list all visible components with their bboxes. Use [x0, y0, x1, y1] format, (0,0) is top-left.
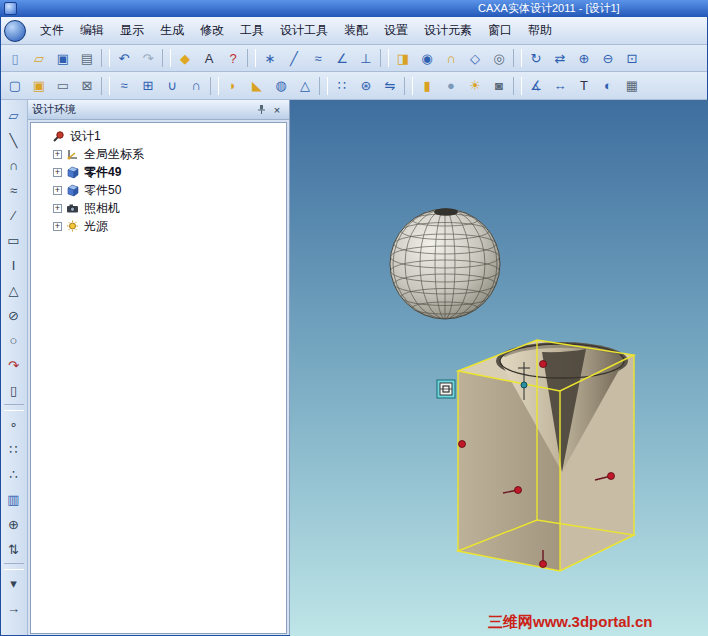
measure-distance[interactable]: ↔: [548, 75, 572, 97]
menu-tools[interactable]: 工具: [232, 19, 272, 42]
edit-tool[interactable]: ▭: [51, 75, 75, 97]
control-point[interactable]: [540, 361, 547, 368]
block-object[interactable]: [437, 340, 634, 571]
text-annotation[interactable]: T: [572, 75, 596, 97]
tree-expander-icon[interactable]: +: [53, 222, 62, 231]
draw-arc[interactable]: ∩: [2, 154, 26, 177]
revolve-feature[interactable]: ◉: [415, 47, 439, 69]
intersect-boolean[interactable]: ∩: [184, 75, 208, 97]
tree-item[interactable]: + 光源: [31, 217, 286, 235]
control-point[interactable]: [515, 487, 522, 494]
hole-feature[interactable]: ◎: [487, 47, 511, 69]
tree-expander-icon[interactable]: +: [53, 204, 62, 213]
menu-display[interactable]: 显示: [112, 19, 152, 42]
draw-rectangle[interactable]: ▭: [2, 229, 26, 252]
material-tool[interactable]: ▮: [415, 75, 439, 97]
measure-angle[interactable]: ∡: [524, 75, 548, 97]
control-point[interactable]: [459, 441, 466, 448]
mirror-feature[interactable]: ⇋: [378, 75, 402, 97]
menu-design-tools[interactable]: 设计工具: [272, 19, 336, 42]
point-tool[interactable]: ∗: [258, 47, 282, 69]
menu-window[interactable]: 窗口: [480, 19, 520, 42]
menu-edit[interactable]: 编辑: [72, 19, 112, 42]
angle-tool[interactable]: ∠: [330, 47, 354, 69]
anchor-point[interactable]: [521, 382, 527, 388]
pattern-dots[interactable]: ∷: [2, 438, 26, 461]
draw-circle[interactable]: ⊘: [2, 304, 26, 327]
menu-assembly[interactable]: 装配: [336, 19, 376, 42]
line-tool[interactable]: ╱: [282, 47, 306, 69]
control-point[interactable]: [540, 561, 547, 568]
menu-help[interactable]: 帮助: [520, 19, 560, 42]
tree-item[interactable]: + 零件49: [31, 163, 286, 181]
tree-expander-icon[interactable]: +: [53, 150, 62, 159]
sketch-3d[interactable]: ▣: [27, 75, 51, 97]
context-help[interactable]: ?: [221, 47, 245, 69]
wave-surface[interactable]: ≈: [112, 75, 136, 97]
circular-pattern[interactable]: ⊛: [354, 75, 378, 97]
draw-arc-arrow[interactable]: ↷: [2, 354, 26, 377]
tree-item[interactable]: + 零件50: [31, 181, 286, 199]
menu-settings[interactable]: 设置: [376, 19, 416, 42]
draw-column[interactable]: ▯: [2, 379, 26, 402]
viewport-3d-canvas[interactable]: 三维网www.3dportal.cn: [290, 100, 708, 636]
tree-expander-icon[interactable]: +: [53, 186, 62, 195]
draw-line[interactable]: ╲: [2, 129, 26, 152]
linear-pattern[interactable]: ∷: [330, 75, 354, 97]
viewport-3d[interactable]: 三维网www.3dportal.cn: [290, 100, 708, 636]
select-edit[interactable]: ▱: [2, 104, 26, 127]
loft-feature[interactable]: ◇: [463, 47, 487, 69]
undo[interactable]: ↶: [112, 47, 136, 69]
menu-modify[interactable]: 修改: [192, 19, 232, 42]
render-tool[interactable]: ●: [439, 75, 463, 97]
redo[interactable]: ↷: [136, 47, 160, 69]
annotation-text[interactable]: A: [197, 47, 221, 69]
draw-spline[interactable]: ≈: [2, 179, 26, 202]
display-shaded[interactable]: ◐: [596, 75, 620, 97]
union-boolean[interactable]: ∪: [160, 75, 184, 97]
draw-text[interactable]: I: [2, 254, 26, 277]
fit-view[interactable]: ⊡: [620, 47, 644, 69]
draw-polygon[interactable]: ○: [2, 329, 26, 352]
new-document[interactable]: ▯: [3, 47, 27, 69]
zoom-in[interactable]: ⊕: [572, 47, 596, 69]
menu-file[interactable]: 文件: [32, 19, 72, 42]
extrude-feature[interactable]: ◨: [391, 47, 415, 69]
control-point[interactable]: [608, 473, 615, 480]
stack-cylinder[interactable]: ▥: [2, 488, 26, 511]
pin-icon[interactable]: [253, 102, 269, 118]
light-source-tool[interactable]: ☀: [463, 75, 487, 97]
tree-item[interactable]: + 全局坐标系: [31, 145, 286, 163]
menu-generate[interactable]: 生成: [152, 19, 192, 42]
tree-expander-icon[interactable]: +: [53, 168, 62, 177]
more-tools[interactable]: ▾: [2, 572, 26, 595]
shell-feature[interactable]: ◍: [269, 75, 293, 97]
scroll-arrow[interactable]: →: [2, 597, 26, 620]
open-file[interactable]: ▱: [27, 47, 51, 69]
erase-tool[interactable]: ⊠: [75, 75, 99, 97]
draft-feature[interactable]: △: [293, 75, 317, 97]
axes-widget[interactable]: ⊕: [2, 513, 26, 536]
fillet-edge[interactable]: ◗: [221, 75, 245, 97]
print[interactable]: ▤: [75, 47, 99, 69]
title-bar[interactable]: CAXA实体设计2011 - [设计1]: [0, 0, 708, 17]
sweep-feature[interactable]: ∩: [439, 47, 463, 69]
rotate-view[interactable]: ↻: [524, 47, 548, 69]
chamfer-edge[interactable]: ◣: [245, 75, 269, 97]
tree-item[interactable]: 设计1: [31, 127, 286, 145]
spline-tool[interactable]: ≈: [306, 47, 330, 69]
sketch-plane[interactable]: ▢: [3, 75, 27, 97]
anchor-handle-widget[interactable]: [437, 380, 455, 398]
zoom-out[interactable]: ⊖: [596, 47, 620, 69]
draw-triangle[interactable]: △: [2, 279, 26, 302]
innovation-mode[interactable]: ◆: [173, 47, 197, 69]
move-vertical[interactable]: ⇅: [2, 538, 26, 561]
draw-segment[interactable]: ∕: [2, 204, 26, 227]
menu-design-elements[interactable]: 设计元素: [416, 19, 480, 42]
sphere-object[interactable]: [390, 208, 500, 319]
tree-item[interactable]: + 照相机: [31, 199, 286, 217]
pattern-points[interactable]: ∴: [2, 463, 26, 486]
pan-view[interactable]: ⇄: [548, 47, 572, 69]
camera-view-tool[interactable]: ◙: [487, 75, 511, 97]
save[interactable]: ▣: [51, 47, 75, 69]
